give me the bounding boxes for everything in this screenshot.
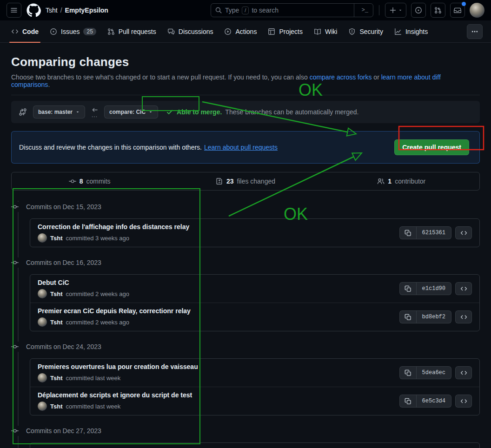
commit-author[interactable]: Tsht xyxy=(50,290,62,297)
commit-main: Déplacement de scripts et ignore du scri… xyxy=(38,391,192,411)
compare-across-forks-link[interactable]: compare across forks xyxy=(310,73,372,81)
tab-discussions[interactable]: Discussions xyxy=(162,20,219,42)
commit-title-link[interactable]: Premieres ouvertures lua pour creation d… xyxy=(38,363,198,370)
commit-meta: Tsht committed 2 weeks ago xyxy=(38,289,129,298)
global-header: Tsht / EmptyEpsilon Type / to search >_ xyxy=(0,0,491,20)
tab-projects[interactable]: Projects xyxy=(262,20,308,42)
commit-group-date: Commits on Dec 15, 2023 xyxy=(26,203,101,211)
tab-security[interactable]: Security xyxy=(343,20,389,42)
commit-author[interactable]: Tsht xyxy=(50,235,62,242)
commit-time: committed 2 weeks ago xyxy=(66,290,129,297)
commit-date-group: Commits on Dec 16, 2023 Debut CiC Tsht c… xyxy=(11,252,480,331)
issues-dashboard-button[interactable] xyxy=(411,3,426,18)
tab-issues[interactable]: Issues 25 xyxy=(44,20,102,42)
commit-title-link[interactable]: Correction de l'affichage info des dista… xyxy=(38,223,189,231)
commit-sha-button[interactable]: 6e5c3d4 xyxy=(417,395,451,407)
commit-main: Premieres ouvertures lua pour creation d… xyxy=(38,363,198,382)
commit-title-link[interactable]: Premier ecran CiC depuis Relay, correcti… xyxy=(38,307,191,315)
browse-code-button[interactable] xyxy=(455,226,472,239)
commit-sha-button[interactable]: bd8ebf2 xyxy=(417,311,451,323)
page-subtitle: Choose two branches to see what's change… xyxy=(11,73,480,88)
commit-author-avatar[interactable] xyxy=(38,289,47,298)
copy-sha-button[interactable] xyxy=(400,367,417,379)
command-palette-icon[interactable]: >_ xyxy=(357,7,373,13)
search-divider xyxy=(354,4,354,17)
search-placeholder-suffix: to search xyxy=(252,7,279,14)
git-compare-icon xyxy=(19,108,27,116)
stat-files-changed[interactable]: 23 files changed xyxy=(167,178,323,185)
merge-status-note: These branches can be automatically merg… xyxy=(225,108,358,116)
tab-icon xyxy=(167,28,175,35)
browse-code-button[interactable] xyxy=(455,282,472,295)
base-branch-selector[interactable]: base: master xyxy=(33,105,85,119)
commit-group-date: Commits on Dec 27, 2023 xyxy=(26,427,101,435)
commit-time: committed last week xyxy=(66,403,120,410)
learn-about-pull-requests-link[interactable]: Learn about pull requests xyxy=(204,144,278,151)
browse-code-button[interactable] xyxy=(455,366,472,379)
git-commit-icon xyxy=(11,202,19,212)
commit-title-link[interactable]: Déplacement de scripts et ignore du scri… xyxy=(38,391,192,399)
commit-sha-button[interactable]: 6215361 xyxy=(417,227,451,239)
tab-label: Security xyxy=(359,28,383,35)
copy-sha-button[interactable] xyxy=(400,283,417,295)
nav-overflow-button[interactable] xyxy=(467,24,483,39)
main-content: Comparing changes Choose two branches to… xyxy=(0,43,491,448)
create-pull-request-button[interactable]: Create pull request xyxy=(394,139,469,155)
hamburger-menu-button[interactable] xyxy=(7,3,21,18)
commit-author-avatar[interactable] xyxy=(38,402,47,411)
breadcrumb-owner-link[interactable]: Tsht xyxy=(46,7,58,14)
stat-icon xyxy=(216,178,223,185)
browse-code-button[interactable] xyxy=(455,310,472,323)
commit-meta: Tsht committed last week xyxy=(38,402,192,411)
stat-value: 23 xyxy=(226,178,234,185)
commit-list: Debut CiC Tsht committed 2 weeks ago e1c… xyxy=(30,274,480,331)
tab-count-badge: 25 xyxy=(83,28,96,35)
breadcrumb-repo-link[interactable]: EmptyEpsilon xyxy=(65,7,108,14)
commit-hash-group: 6e5c3d4 xyxy=(399,395,451,408)
stat-icon xyxy=(377,178,385,185)
stat-commits[interactable]: 8 commits xyxy=(12,178,167,185)
branch-compare-bar: base: master ... compare: CiC Able to me… xyxy=(11,101,480,123)
copy-sha-button[interactable] xyxy=(400,227,417,239)
commit-author[interactable]: Tsht xyxy=(50,375,62,382)
browse-code-button[interactable] xyxy=(455,395,472,408)
comparison-stats-bar: 8 commits 23 files changed 1 contributor xyxy=(11,172,480,191)
commit-title-link[interactable]: Debut CiC xyxy=(38,279,69,286)
inbox-button[interactable] xyxy=(450,3,465,18)
pull-requests-dashboard-button[interactable] xyxy=(431,3,445,18)
tab-label: Projects xyxy=(279,28,303,35)
tab-insights[interactable]: Insights xyxy=(389,20,433,42)
commit-row: Debut CiC Tsht committed 2 weeks ago e1c… xyxy=(30,275,479,303)
git-commit-icon xyxy=(11,342,19,352)
tab-pull-requests[interactable]: Pull requests xyxy=(102,20,162,42)
search-input[interactable]: Type / to search >_ xyxy=(211,3,373,17)
commit-author[interactable]: Tsht xyxy=(50,403,62,410)
compare-branch-selector[interactable]: compare: CiC xyxy=(104,105,158,119)
tab-label: Insights xyxy=(405,28,428,35)
commit-list: Premieres ouvertures lua pour creation d… xyxy=(30,358,480,415)
commit-actions: 5dea6ec xyxy=(399,366,472,379)
tab-wiki[interactable]: Wiki xyxy=(308,20,343,42)
tab-icon xyxy=(394,28,402,35)
tab-icon xyxy=(107,28,115,35)
commit-sha-button[interactable]: e1c1d90 xyxy=(417,283,451,295)
commit-author[interactable]: Tsht xyxy=(50,319,62,326)
commit-author-avatar[interactable] xyxy=(38,233,47,243)
issue-opened-icon xyxy=(415,7,422,14)
copy-sha-button[interactable] xyxy=(400,395,417,407)
compare-direction: ... xyxy=(91,106,98,118)
copy-sha-button[interactable] xyxy=(400,311,417,323)
subtitle-period: . xyxy=(48,81,50,88)
stat-contributor[interactable]: 1 contributor xyxy=(324,178,479,185)
create-new-button[interactable] xyxy=(385,3,406,18)
commit-author-avatar[interactable] xyxy=(38,373,47,382)
tab-actions[interactable]: Actions xyxy=(219,20,262,42)
tab-code[interactable]: Code xyxy=(6,20,44,42)
slash-key-hint: / xyxy=(242,7,249,14)
user-avatar[interactable] xyxy=(470,3,484,18)
git-commit-icon xyxy=(11,257,19,268)
tab-icon xyxy=(314,28,321,35)
commit-author-avatar[interactable] xyxy=(38,317,47,327)
github-logo-icon[interactable] xyxy=(26,3,41,18)
commit-sha-button[interactable]: 5dea6ec xyxy=(417,367,451,379)
